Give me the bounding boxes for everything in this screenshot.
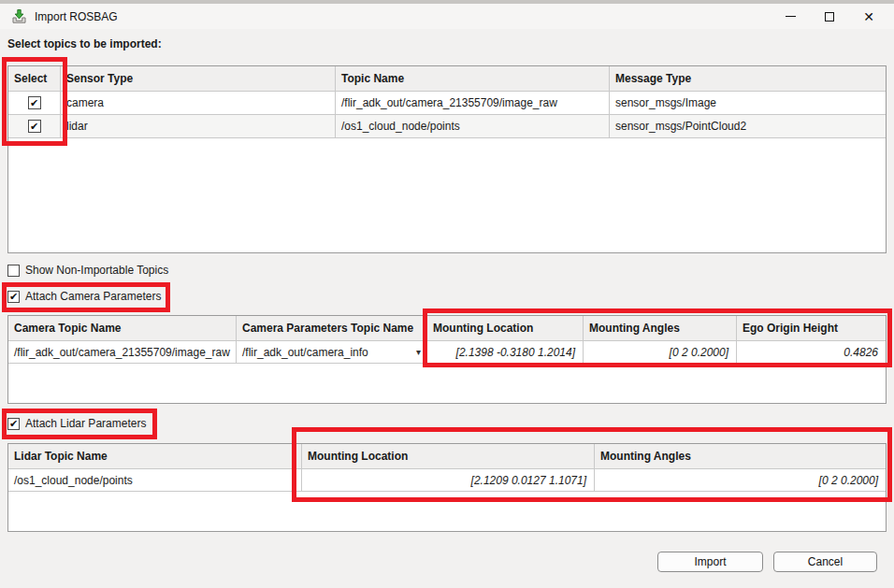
camera-params-topic-value: /flir_adk_out/camera_info — [242, 346, 368, 359]
maximize-button[interactable] — [810, 4, 849, 29]
lidar-parameters-table: Lidar Topic Name Mounting Location Mount… — [7, 443, 887, 532]
minimize-button[interactable] — [771, 4, 810, 29]
lidar-topic-name-cell: /os1_cloud_node/points — [8, 469, 302, 492]
cancel-button[interactable]: Cancel — [773, 552, 877, 572]
attach-camera-checkbox-row[interactable]: ✔ Attach Camera Parameters — [7, 289, 161, 304]
attach-camera-label: Attach Camera Parameters — [25, 290, 161, 303]
window-controls: ✕ — [771, 4, 888, 29]
check-icon: ✔ — [30, 122, 38, 132]
attach-lidar-label: Attach Lidar Parameters — [25, 417, 146, 430]
camera-topic-name-cell: /flir_adk_out/camera_21355709/image_raw — [8, 341, 237, 364]
camera-params-topic-dropdown[interactable]: /flir_adk_out/camera_info ▾ — [237, 341, 427, 364]
show-non-importable-label: Show Non-Importable Topics — [25, 264, 168, 277]
topics-row-lidar-select-cell: ✔ — [8, 115, 61, 138]
camera-table-empty-area — [8, 364, 886, 403]
check-icon: ✔ — [30, 98, 38, 108]
topics-header-sensor-type: Sensor Type — [61, 66, 336, 92]
attach-lidar-checkbox-row[interactable]: ✔ Attach Lidar Parameters — [7, 416, 146, 431]
close-button[interactable]: ✕ — [849, 4, 888, 29]
topics-row-camera-sensor-type: camera — [61, 92, 336, 115]
topics-row-lidar-topic-name: /os1_cloud_node/points — [336, 115, 610, 138]
lidar-mounting-angles-cell[interactable]: [0 2 0.2000] — [595, 469, 886, 492]
lidar-table-empty-area — [8, 492, 886, 531]
import-rosbag-dialog: Import ROSBAG ✕ Select topics to be impo… — [0, 4, 894, 588]
camera-ego-origin-height-cell[interactable]: 0.4826 — [737, 341, 886, 364]
show-non-importable-checkbox[interactable] — [7, 265, 20, 277]
import-download-icon — [11, 8, 27, 24]
camera-header-topic-name: Camera Topic Name — [8, 316, 237, 341]
attach-camera-checkbox[interactable]: ✔ — [7, 291, 20, 303]
window-title: Import ROSBAG — [35, 10, 118, 23]
camera-header-ego-origin-height: Ego Origin Height — [737, 316, 886, 341]
lidar-header-mounting-angles: Mounting Angles — [595, 444, 886, 469]
close-icon: ✕ — [863, 10, 874, 23]
camera-parameters-table: Camera Topic Name Camera Parameters Topi… — [7, 315, 887, 404]
check-icon: ✔ — [9, 292, 18, 302]
title-bar[interactable]: Import ROSBAG ✕ — [0, 4, 894, 29]
import-button[interactable]: Import — [657, 552, 763, 572]
instruction-label: Select topics to be imported: — [7, 37, 162, 50]
topics-header-topic-name: Topic Name — [336, 66, 610, 92]
show-non-importable-checkbox-row[interactable]: Show Non-Importable Topics — [7, 263, 168, 278]
topics-row-lidar-sensor-type: lidar — [61, 115, 336, 138]
camera-header-mounting-angles: Mounting Angles — [584, 316, 737, 341]
lidar-header-topic-name: Lidar Topic Name — [8, 444, 302, 469]
lidar-header-mounting-location: Mounting Location — [302, 444, 595, 469]
topics-table-empty-area — [8, 138, 886, 252]
lidar-mounting-location-cell[interactable]: [2.1209 0.0127 1.1071] — [302, 469, 595, 492]
topics-row-camera-message-type: sensor_msgs/Image — [610, 92, 886, 115]
screen: Import ROSBAG ✕ Select topics to be impo… — [0, 0, 894, 588]
camera-mounting-location-cell[interactable]: [2.1398 -0.3180 1.2014] — [427, 341, 584, 364]
maximize-icon — [825, 12, 834, 22]
camera-select-checkbox[interactable]: ✔ — [28, 96, 41, 109]
topics-row-camera-select-cell: ✔ — [8, 92, 61, 115]
topics-row-camera-topic-name: /flir_adk_out/camera_21355709/image_raw — [336, 92, 610, 115]
topics-row-lidar-message-type: sensor_msgs/PointCloud2 — [610, 115, 886, 138]
chevron-down-icon: ▾ — [416, 347, 421, 357]
camera-header-params-topic-name: Camera Parameters Topic Name — [237, 316, 427, 341]
attach-lidar-checkbox[interactable]: ✔ — [7, 418, 20, 430]
minimize-icon — [786, 16, 796, 17]
camera-header-mounting-location: Mounting Location — [427, 316, 584, 341]
camera-mounting-angles-cell[interactable]: [0 2 0.2000] — [584, 341, 737, 364]
topics-header-message-type: Message Type — [610, 66, 886, 92]
topics-header-select: Select — [8, 66, 61, 92]
check-icon: ✔ — [9, 419, 18, 429]
topics-table: Select Sensor Type Topic Name Message Ty… — [7, 65, 887, 253]
lidar-select-checkbox[interactable]: ✔ — [28, 120, 41, 133]
